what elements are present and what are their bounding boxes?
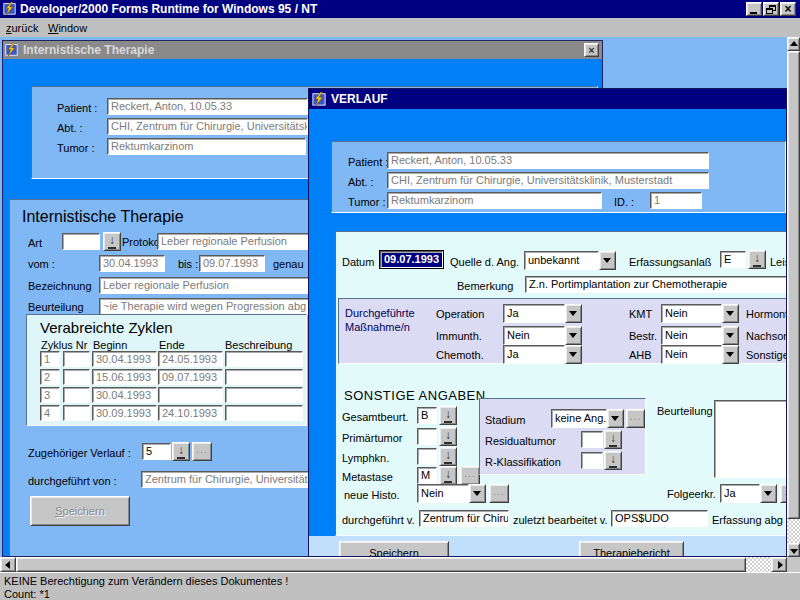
tumor-field[interactable]: Rektumkarzinom: [387, 192, 602, 209]
zyklen-row2-extra[interactable]: [63, 369, 90, 385]
protokoll-field[interactable]: Leber regionale Perfusion: [157, 233, 310, 250]
zug-verlauf-lov-button[interactable]: ↓: [172, 442, 190, 461]
therapie-close-button[interactable]: ×: [584, 43, 599, 57]
bestr-combobox[interactable]: Nein: [661, 326, 739, 345]
kmt-combobox[interactable]: Nein: [661, 304, 739, 323]
gesamtbeurt-field[interactable]: B: [417, 407, 437, 424]
zyklen-row1-nr[interactable]: 1: [40, 351, 60, 367]
bis-field[interactable]: 09.07.1993: [199, 255, 265, 272]
art-field[interactable]: [62, 233, 100, 250]
zyklen-row3-beginn[interactable]: 30.04.1993: [92, 387, 157, 403]
verlauf-titlebar[interactable]: VERLAUF: [309, 89, 786, 109]
primaertumor-field[interactable]: [417, 428, 437, 445]
patient-field[interactable]: Reckert, Anton, 10.05.33: [107, 98, 308, 115]
metastase-ellipsis-button[interactable]: ...: [460, 466, 480, 485]
dropdown-arrow-icon[interactable]: [722, 304, 739, 323]
scroll-down-button[interactable]: [787, 543, 800, 557]
beurteilung-field[interactable]: ~ie Therapie wird wegen Progression abg: [99, 298, 310, 315]
zug-verlauf-ellipsis-button[interactable]: ...: [192, 442, 212, 461]
dropdown-arrow-icon[interactable]: [565, 304, 582, 323]
dropdown-arrow-icon[interactable]: [607, 409, 624, 428]
zyklen-row4-beschreibung[interactable]: [225, 405, 303, 421]
zyklen-row2-nr[interactable]: 2: [40, 369, 60, 385]
id-field[interactable]: 1: [650, 192, 702, 209]
abt-field[interactable]: CHI, Zentrum für Chirurgie, Universitäts…: [107, 118, 308, 135]
primaertumor-lov-button[interactable]: ↓: [439, 427, 457, 446]
verlauf-speichern-button[interactable]: Speichern: [339, 541, 449, 557]
immunth-combobox[interactable]: Nein: [503, 326, 582, 345]
beurteilung-textarea[interactable]: [714, 400, 787, 478]
ahb-combobox[interactable]: Nein: [661, 345, 739, 364]
mdi-horizontal-scrollbar[interactable]: [0, 557, 787, 572]
zyklen-row2-ende[interactable]: 09.07.1993: [158, 369, 223, 385]
chemoth-combobox[interactable]: Ja: [503, 345, 582, 364]
r-klassifikation-field[interactable]: [581, 452, 603, 469]
menu-item-zurueck[interactable]: zurück: [6, 22, 38, 35]
horizontal-scroll-thumb[interactable]: [16, 557, 746, 572]
therapiebericht-button[interactable]: Therapiebericht: [579, 541, 684, 557]
durchgefuehrt-von-field[interactable]: Zentrum für Chirurgie, Universitäts: [141, 471, 311, 488]
datum-field[interactable]: 09.07.1993: [380, 251, 443, 268]
zuletzt-bearbeitet-field[interactable]: OPS$UDO: [611, 510, 708, 527]
vertical-scroll-thumb[interactable]: [787, 51, 800, 519]
folgeerkr-combobox[interactable]: Ja: [720, 484, 777, 503]
dropdown-arrow-icon[interactable]: [565, 345, 582, 364]
zyklen-row4-beginn[interactable]: 30.09.1993: [92, 405, 157, 421]
app-titlebar[interactable]: Developer/2000 Forms Runtime for Windows…: [0, 0, 800, 18]
residualtumor-field[interactable]: [581, 431, 603, 448]
r-klassifikation-lov-button[interactable]: ↓: [604, 451, 622, 470]
lymphkn-lov-button[interactable]: ↓: [439, 447, 457, 466]
neue-histo-combobox[interactable]: Nein: [417, 484, 486, 503]
zyklen-row3-extra[interactable]: [63, 387, 90, 403]
zyklen-row3-beschreibung[interactable]: [225, 387, 303, 403]
folgeerkr-ellipsis-button[interactable]: ...: [780, 484, 787, 503]
zyklen-row4-extra[interactable]: [63, 405, 90, 421]
dropdown-arrow-icon[interactable]: [722, 345, 739, 364]
therapie-titlebar[interactable]: Internistische Therapie ×: [3, 41, 602, 59]
dropdown-arrow-icon[interactable]: [565, 326, 582, 345]
durchgefuehrt-v-field[interactable]: Zentrum für Chiru: [419, 510, 509, 527]
therapie-speichern-button[interactable]: Speichern: [30, 496, 130, 526]
minimize-button[interactable]: [746, 2, 762, 16]
residualtumor-lov-button[interactable]: ↓: [604, 430, 622, 449]
zyklen-row1-beschreibung[interactable]: [225, 351, 303, 367]
stadium-ellipsis-button[interactable]: ...: [626, 409, 645, 428]
mdi-vertical-scrollbar[interactable]: [787, 37, 800, 557]
stadium-combobox[interactable]: keine Ang.: [551, 409, 624, 428]
scroll-right-button[interactable]: [771, 557, 787, 572]
dropdown-arrow-icon[interactable]: [760, 484, 777, 503]
abt-field[interactable]: CHI, Zentrum für Chirurgie, Universitäts…: [387, 172, 709, 189]
gesamtbeurt-lov-button[interactable]: ↓: [439, 406, 457, 425]
dropdown-arrow-icon[interactable]: [469, 484, 486, 503]
dropdown-arrow-icon[interactable]: [599, 251, 616, 270]
zyklen-row3-ende[interactable]: [158, 387, 223, 403]
zyklen-row3-nr[interactable]: 3: [40, 387, 60, 403]
scroll-left-button[interactable]: [0, 557, 16, 572]
zyklen-row1-extra[interactable]: [63, 351, 90, 367]
metastase-field[interactable]: M: [417, 467, 437, 484]
erfassungsanlass-field[interactable]: E: [720, 251, 746, 268]
operation-combobox[interactable]: Ja: [503, 304, 582, 323]
scroll-up-button[interactable]: [787, 37, 800, 51]
dropdown-arrow-icon[interactable]: [722, 326, 739, 345]
menu-item-window[interactable]: Window: [48, 22, 87, 35]
zyklen-row4-nr[interactable]: 4: [40, 405, 60, 421]
quelle-combobox[interactable]: unbekannt: [524, 251, 616, 270]
patient-field[interactable]: Reckert, Anton, 10.05.33: [387, 152, 709, 169]
art-lov-button[interactable]: ↓: [103, 232, 121, 251]
lymphkn-field[interactable]: [417, 448, 437, 465]
zyklen-row1-beginn[interactable]: 30.04.1993: [92, 351, 157, 367]
tumor-field[interactable]: Rektumkarzinom: [107, 138, 306, 155]
zyklen-row2-beschreibung[interactable]: [225, 369, 303, 385]
metastase-lov-button[interactable]: ↓: [439, 466, 457, 485]
zyklen-row4-ende[interactable]: 24.10.1993: [158, 405, 223, 421]
bemerkung-field[interactable]: Z.n. Portimplantation zur Chemotherapie: [525, 276, 787, 293]
bezeichnung-field[interactable]: Leber regionale Perfusion: [99, 277, 310, 294]
erfassungsanlass-lov-button[interactable]: ↓: [748, 250, 766, 269]
zyklen-row2-beginn[interactable]: 15.06.1993: [92, 369, 157, 385]
close-button[interactable]: ×: [780, 2, 796, 16]
vom-field[interactable]: 30.04.1993: [99, 255, 165, 272]
zyklen-row1-ende[interactable]: 24.05.1993: [158, 351, 223, 367]
neue-histo-ellipsis-button[interactable]: ...: [489, 484, 509, 503]
restore-button[interactable]: [763, 2, 779, 16]
